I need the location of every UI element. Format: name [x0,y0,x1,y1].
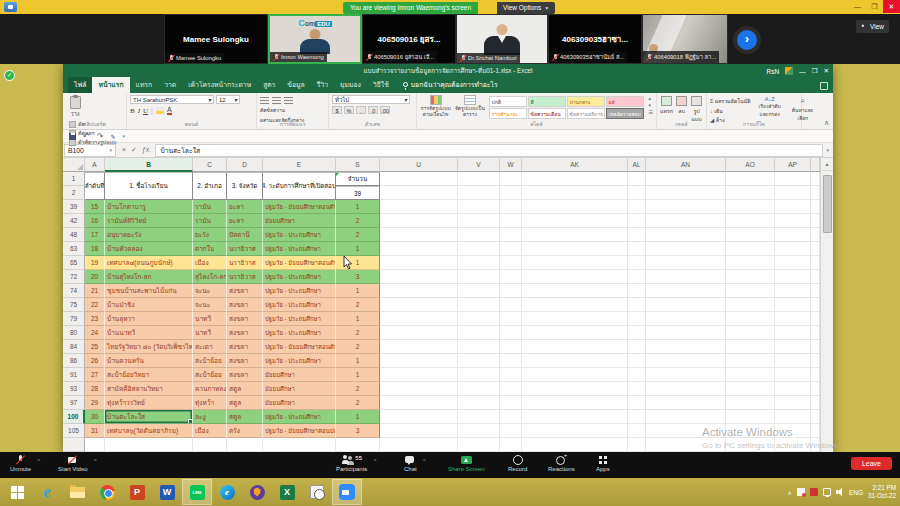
header-count[interactable]: จำนวน [336,172,380,186]
zoom-control-participants[interactable]: 55Participants^ [336,455,367,472]
font-name-select[interactable]: TH SarabunPSK▾ [130,95,214,104]
cell-empty[interactable] [775,270,811,284]
header-total[interactable]: 39 [336,186,380,200]
cell-province[interactable]: สงขลา [227,312,263,326]
cell-empty[interactable] [811,354,820,368]
cell-count[interactable]: 1 [336,354,380,368]
cell-empty[interactable] [458,172,500,200]
tell-me-box[interactable]: บอกฉันว่าคุณต้องการทำอะไร [395,77,506,93]
style-gallery-scroll[interactable]: ▴▾☰ [649,95,653,119]
header-level[interactable]: 4. ระดับการศึกษาที่เปิดสอน [263,172,336,200]
cell-empty[interactable] [336,438,380,452]
cell-empty[interactable] [522,256,628,270]
row-header-63[interactable]: 63 [63,242,85,256]
cell-empty[interactable] [522,410,628,424]
cell-school[interactable]: บ้านโกตาบารู [105,200,193,214]
decrease-decimal-button[interactable]: .00 [380,106,390,114]
cell-empty[interactable] [263,438,336,452]
cell-empty[interactable] [726,410,775,424]
cell-count[interactable]: 2 [336,214,380,228]
taskbar-file-explorer-icon[interactable] [62,479,92,505]
cell-seq[interactable]: 18 [85,242,105,256]
cell-empty[interactable] [458,298,500,312]
cell-level[interactable]: มัธยมศึกษา [263,368,336,382]
column-header-AP[interactable]: AP [775,158,811,172]
cell-empty[interactable] [646,368,726,382]
cell-district[interactable]: ควนกาหลง [193,382,227,396]
paste-button[interactable]: วาง [66,95,84,118]
align-left-icon[interactable] [260,97,269,104]
cell-empty[interactable] [726,438,775,452]
cell-school[interactable]: บ้านหัวคลอง [105,242,193,256]
cell-empty[interactable] [458,340,500,354]
cell-count[interactable]: 2 [336,340,380,354]
currency-format-button[interactable]: $ [332,106,342,114]
cell-empty[interactable] [811,340,820,354]
cell-empty[interactable] [726,270,775,284]
cell-empty[interactable] [628,326,646,340]
cell-school[interactable]: บ้านควนหรัน [105,354,193,368]
cell-empty[interactable] [105,438,193,452]
cell-empty[interactable] [458,228,500,242]
cell-empty[interactable] [628,354,646,368]
cell-district[interactable]: เมือง [193,256,227,270]
cell-empty[interactable] [522,312,628,326]
taskbar-internet-explorer-icon[interactable]: e [32,479,62,505]
cell-empty[interactable] [726,256,775,270]
column-header-B[interactable]: B [105,158,193,172]
cell-empty[interactable] [380,438,458,452]
cell-count[interactable]: 1 [336,242,380,256]
cell-empty[interactable] [646,438,726,452]
cell-district[interactable]: สะบ้าย้อย [193,354,227,368]
editing-button-1[interactable]: เติม [710,107,751,115]
cell-empty[interactable] [522,172,628,200]
cell-empty[interactable] [726,424,775,438]
language-indicator[interactable]: ENG [849,489,863,496]
row-header-79[interactable]: 79 [63,312,85,326]
cell-empty[interactable] [811,312,820,326]
cell-empty[interactable] [458,354,500,368]
cell-count[interactable]: 2 [336,382,380,396]
cell-empty[interactable] [726,172,775,200]
cells-button-0[interactable]: แทรก [660,96,673,123]
column-header-U[interactable]: U [380,158,458,172]
collapse-ribbon-button[interactable]: ∧ [824,119,829,127]
cell-empty[interactable] [380,396,458,410]
network-icon[interactable] [823,488,831,496]
column-header-E[interactable]: E [263,158,336,172]
cell-empty[interactable] [380,368,458,382]
cell-empty[interactable] [500,382,522,396]
cell-count[interactable]: 1 [336,410,380,424]
cell-empty[interactable] [458,368,500,382]
cell-style-chip[interactable]: ปานกลาง [567,96,605,107]
cell-count[interactable]: 1 [336,312,380,326]
row-header-75[interactable]: 75 [63,298,85,312]
taskbar-powerpoint-icon[interactable]: P [122,479,152,505]
cell-empty[interactable] [775,214,811,228]
tab-0[interactable]: ไฟล์ [68,77,92,93]
cell-empty[interactable] [811,424,820,438]
cell-seq[interactable]: 24 [85,326,105,340]
cell-district[interactable]: สะบ้าย้อย [193,368,227,382]
column-header-S[interactable]: S [336,158,380,172]
row-header-72[interactable]: 72 [63,270,85,284]
cell-empty[interactable] [811,298,820,312]
cell-count[interactable]: 2 [336,326,380,340]
cell-province[interactable]: สตูล [227,410,263,424]
cell-empty[interactable] [380,228,458,242]
cell-seq[interactable]: 28 [85,382,105,396]
cell-empty[interactable] [811,242,820,256]
participant-tile[interactable]: Mamee SulongkuMamee Sulongku [164,14,268,64]
cell-count[interactable]: 3 [336,270,380,284]
cell-seq[interactable]: 25 [85,340,105,354]
font-size-select[interactable]: 12▾ [216,95,240,104]
cell-empty[interactable] [646,340,726,354]
cell-level[interactable]: มัธยมศึกษา [263,382,336,396]
cell-empty[interactable] [726,368,775,382]
cell-seq[interactable]: 16 [85,214,105,228]
cell-empty[interactable] [522,340,628,354]
chevron-up-icon[interactable]: ^ [94,458,97,464]
row-header-80[interactable]: 80 [63,326,85,340]
taskbar-clock[interactable]: 2:21 PM 31-Oct-22 [868,484,898,501]
cell-empty[interactable] [380,410,458,424]
